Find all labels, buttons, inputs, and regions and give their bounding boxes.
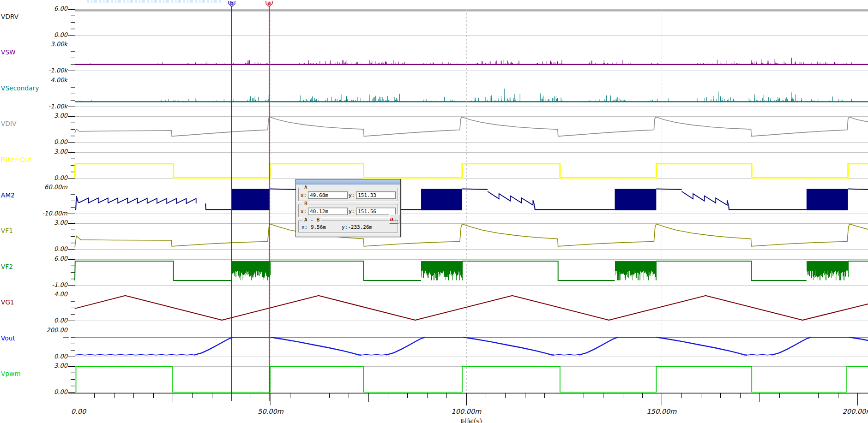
xtick-180ms [779,393,780,398]
cursor-b-line[interactable] [231,6,232,401]
cursor-b-flag[interactable]: b [228,0,235,6]
gridline-150ms [662,9,662,393]
channel-band-AM2: AM260.00m-10.00m [0,188,868,214]
waveform-plot-Vpwm[interactable] [0,366,868,393]
xtick-145ms [642,393,643,398]
waveform-plot-VDRV[interactable] [0,9,868,36]
cursor-readout-titlebar[interactable] [296,179,400,185]
xtick-135ms [603,393,603,398]
xtick-125ms [564,393,564,402]
xtick-100ms [466,393,467,405]
diff-y-value: y:-233.26m [342,224,372,230]
channel-band-Vpwm: Vpwm3.000.00 [0,366,868,393]
xtick-140ms [623,393,623,398]
xtick-115ms [525,393,525,398]
xtick-185ms [799,393,799,398]
xtick-70ms [349,393,349,398]
a-x-label: x: [301,192,307,198]
waveform-plot-VG1[interactable] [0,295,868,321]
xtick-0ms [75,393,75,408]
waveform-plot-VDIV[interactable] [0,116,868,143]
magenta-marker [63,337,69,338]
svg-text:b: b [230,1,234,6]
xtick-155ms [681,393,682,398]
xtick-95ms [446,393,447,398]
xlabel-0.00: 0.00 [58,408,99,415]
xlabel-200.00m: 200.00m [837,408,868,415]
channel-band-VDRV: VDRV6.000.00 [0,9,868,36]
xtick-85ms [407,393,408,398]
time-axis-line [68,393,868,393]
cursor-readout-body: A x: 49.68m y: 151.33 B x: 40.12m y: 151… [296,185,400,234]
b-x-label: x: [301,209,307,214]
waveform-plot-Vout[interactable] [0,331,868,357]
xtick-190ms [818,393,819,398]
xtick-160ms [701,393,701,398]
channel-band-VDIV: VDIV3.000.00 [0,116,868,143]
b-x-value[interactable]: 40.12m [308,208,348,215]
waveform-plot-VSecondary[interactable] [0,81,868,107]
gridline-50ms [271,9,271,393]
xtick-120ms [544,393,545,398]
xlabel-50.00m: 50.00m [250,408,291,415]
xtick-165ms [720,393,721,398]
a-y-value[interactable]: 151.33 [356,191,396,199]
xtick-175ms [760,393,760,402]
cursor-b-group-label: B [302,201,309,207]
xtick-170ms [740,393,741,398]
xtick-55ms [290,393,290,398]
xtick-30ms [192,393,193,398]
svg-text:a: a [267,1,271,6]
cursor-b-group: B x: 40.12m y: 151.56 a← [298,204,398,217]
channel-band-Vout: Vout200.000.00 [0,331,868,357]
xtick-195ms [838,393,838,398]
xtick-50ms [271,393,271,405]
channel-band-VG1: VG14.000.00 [0,295,868,321]
cursor-diff-group: A - B x: 9.56m y:-233.26m [298,220,398,233]
cursor-b-flag-icon: b [228,1,235,7]
xtick-15ms [133,393,134,398]
xtick-65ms [329,393,330,398]
xtick-75ms [368,393,369,402]
diff-x-value: x: 9.56m [301,224,326,230]
xtick-5ms [94,393,95,398]
xtick-60ms [310,393,310,398]
cursor-a-flag[interactable]: a [265,0,273,6]
xtick-130ms [584,393,584,398]
waveform-viewer: VDRV6.000.00VSW3.00k-1.00kVSecondary4.00… [0,0,868,423]
a-y-label: y: [349,192,355,198]
channel-band-Filter_Out: Filter_Out3.000.00 [0,152,868,179]
b-y-value[interactable]: 151.56 [356,208,396,215]
a-x-value[interactable]: 49.68m [308,191,348,199]
cursor-a-group: A x: 49.68m y: 151.33 [298,188,398,201]
cursor-a-flag-icon: a [265,1,273,7]
channel-band-VF1: VF13.000.00 [0,223,868,250]
time-axis-title: 时间(s) [444,417,499,423]
xtick-10ms [114,393,115,398]
b-y-label: y: [349,209,355,214]
cursor-a-group-label: A [302,185,309,191]
xtick-90ms [427,393,428,398]
xtick-80ms [388,393,388,398]
xtick-35ms [212,393,212,398]
waveform-plot-VF2[interactable] [0,259,868,286]
cursor-diff-group-label: A - B [302,217,321,223]
xtick-45ms [251,393,251,398]
xlabel-150.00m: 150.00m [641,408,682,415]
clipped-title-bar [87,0,221,3]
channel-band-VSW: VSW3.00k-1.00k [0,45,868,71]
xlabel-100.00m: 100.00m [446,408,487,415]
xtick-20ms [153,393,154,398]
channel-band-VF2: VF26.00-1.00 [0,259,868,286]
xtick-105ms [486,393,486,398]
xtick-200ms [857,393,858,405]
waveform-plot-Filter_Out[interactable] [0,152,868,179]
xtick-110ms [505,393,506,398]
xtick-25ms [173,393,173,402]
waveform-plot-VF1[interactable] [0,223,868,250]
cursor-a-line[interactable] [269,6,270,401]
xtick-150ms [662,393,662,405]
cursor-readout-dialog[interactable]: A x: 49.68m y: 151.33 B x: 40.12m y: 151… [295,179,401,237]
waveform-plot-VSW[interactable] [0,45,868,71]
waveform-plot-AM2[interactable] [0,188,868,214]
